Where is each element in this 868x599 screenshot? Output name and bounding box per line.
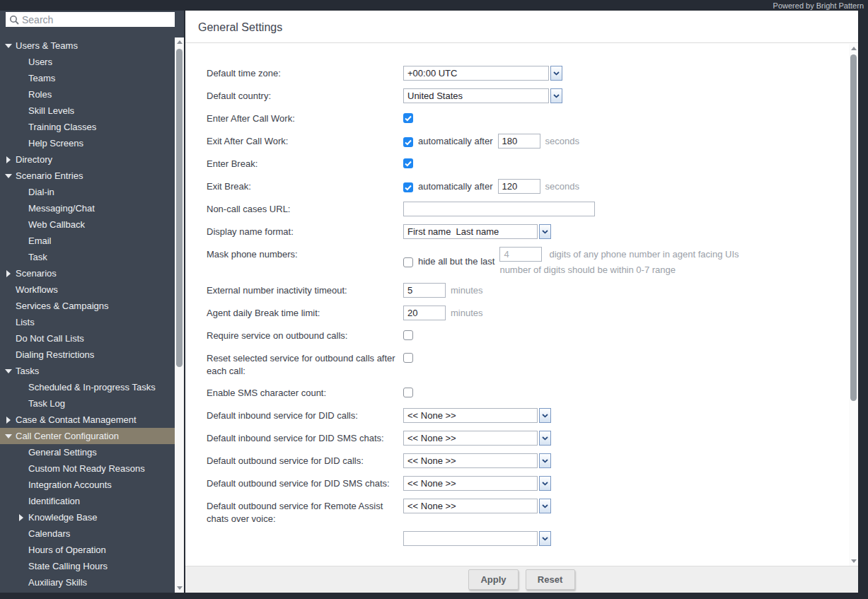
chevron-down-icon[interactable]	[539, 531, 551, 546]
scroll-up-icon[interactable]	[175, 37, 184, 47]
check-icon	[405, 139, 412, 146]
sidebar-item-web-callback[interactable]: Web Callback	[0, 216, 175, 233]
sidebar-item-dialing-restrictions[interactable]: Dialing Restrictions	[0, 347, 175, 363]
sidebar-item-general-settings[interactable]: General Settings	[0, 444, 175, 460]
tree-collapsed-icon[interactable]	[5, 151, 12, 168]
chevron-down-icon[interactable]	[539, 453, 551, 468]
non-call-cases-url-input[interactable]	[403, 202, 595, 216]
default-country-select[interactable]: United States	[403, 88, 562, 103]
reset-selected-service-checkbox[interactable]	[403, 353, 413, 363]
chevron-down-icon[interactable]	[539, 476, 551, 491]
select-value[interactable]: << None >>	[403, 499, 538, 513]
exit-break-checkbox[interactable]	[403, 182, 413, 192]
chevron-down-icon[interactable]	[550, 88, 562, 103]
enter-after-call-work-checkbox[interactable]	[403, 113, 413, 123]
scroll-down-icon[interactable]	[175, 583, 184, 593]
sidebar-item-services-campaigns[interactable]: Services & Campaigns	[0, 298, 175, 314]
scroll-up-icon[interactable]	[849, 44, 858, 53]
require-service-checkbox[interactable]	[403, 330, 413, 340]
select-value[interactable]	[403, 531, 538, 546]
chevron-down-icon[interactable]	[539, 408, 551, 423]
sidebar-item-roles[interactable]: Roles	[0, 86, 175, 103]
external-inactivity-timeout-input[interactable]: 5	[403, 283, 446, 298]
exit-after-call-work-checkbox[interactable]	[403, 137, 413, 147]
sidebar-item-case-contact-management[interactable]: Case & Contact Management	[0, 412, 175, 428]
sidebar-item-state-calling-hours[interactable]: State Calling Hours	[0, 558, 175, 574]
remote-assist-select[interactable]: << None >>	[403, 499, 551, 513]
select-value[interactable]: United States	[403, 88, 549, 103]
chevron-down-icon[interactable]	[539, 499, 551, 513]
sidebar-item-integration-accounts[interactable]: Integration Accounts	[0, 477, 175, 493]
sidebar-item-scheduled-in-progress-tasks[interactable]: Scheduled & In-progress Tasks	[0, 379, 175, 395]
scroll-down-icon[interactable]	[849, 557, 858, 566]
tree-collapsed-icon[interactable]	[5, 265, 12, 281]
search-box[interactable]	[6, 12, 175, 27]
mask-digits-input[interactable]: 4	[499, 247, 542, 262]
apply-button[interactable]: Apply	[468, 569, 518, 590]
agent-break-limit-input[interactable]: 20	[403, 306, 446, 320]
content-scrollbar[interactable]	[849, 44, 858, 566]
sidebar-item-teams[interactable]: Teams	[0, 70, 175, 86]
tree-expanded-icon[interactable]	[5, 428, 12, 444]
sidebar-item-label: Call Center Configuration	[16, 431, 119, 441]
sidebar-item-task[interactable]: Task	[0, 249, 175, 265]
unit-label: minutes	[451, 308, 483, 318]
chevron-down-icon[interactable]	[550, 66, 562, 81]
sidebar-item-tasks[interactable]: Tasks	[0, 363, 175, 379]
sidebar-item-lists[interactable]: Lists	[0, 314, 175, 330]
inbound-did-sms-select[interactable]: << None >>	[403, 431, 551, 446]
enter-break-checkbox[interactable]	[403, 158, 413, 168]
sidebar-item-scenario-entries[interactable]: Scenario Entries	[0, 168, 175, 184]
sidebar-item-help-screens[interactable]: Help Screens	[0, 135, 175, 151]
sidebar-item-language-skills[interactable]: Language Skills	[0, 591, 175, 593]
partially-visible-select[interactable]	[403, 531, 551, 546]
chevron-down-icon[interactable]	[539, 431, 551, 446]
sidebar-item-dial-in[interactable]: Dial-in	[0, 184, 175, 200]
sidebar-item-training-classes[interactable]: Training Classes	[0, 119, 175, 135]
sidebar-item-users[interactable]: Users	[0, 54, 175, 70]
sidebar-item-email[interactable]: Email	[0, 233, 175, 249]
scrollbar-thumb[interactable]	[176, 49, 183, 367]
display-name-format-select[interactable]: First name Last name	[403, 224, 551, 239]
exit-acw-seconds-input[interactable]: 180	[498, 134, 540, 149]
scrollbar-thumb[interactable]	[850, 54, 857, 401]
sidebar-item-do-not-call-lists[interactable]: Do Not Call Lists	[0, 330, 175, 347]
tree-expanded-icon[interactable]	[5, 37, 12, 54]
sidebar-item-knowledge-base[interactable]: Knowledge Base	[0, 509, 175, 525]
select-value[interactable]: +00:00 UTC	[403, 66, 549, 81]
tree-expanded-icon[interactable]	[5, 363, 12, 379]
enable-sms-count-checkbox[interactable]	[403, 388, 413, 397]
sidebar-item-identification[interactable]: Identification	[0, 493, 175, 509]
sidebar-item-hours-of-operation[interactable]: Hours of Operation	[0, 542, 175, 558]
search-input[interactable]	[22, 14, 175, 25]
sidebar-item-messaging-chat[interactable]: Messaging/Chat	[0, 200, 175, 216]
select-value[interactable]: << None >>	[403, 476, 538, 491]
outbound-did-calls-select[interactable]: << None >>	[403, 453, 551, 468]
sidebar-item-custom-not-ready-reasons[interactable]: Custom Not Ready Reasons	[0, 460, 175, 477]
sidebar-item-workflows[interactable]: Workflows	[0, 281, 175, 298]
select-value[interactable]: << None >>	[403, 431, 538, 446]
reset-button[interactable]: Reset	[526, 569, 575, 590]
exit-break-seconds-input[interactable]: 120	[498, 179, 540, 194]
chevron-down-icon[interactable]	[539, 224, 551, 239]
sidebar-item-directory[interactable]: Directory	[0, 151, 175, 168]
sidebar-item-task-log[interactable]: Task Log	[0, 395, 175, 412]
select-value[interactable]: << None >>	[403, 408, 538, 423]
select-value[interactable]: << None >>	[403, 453, 538, 468]
default-time-zone-select[interactable]: +00:00 UTC	[403, 66, 562, 81]
sidebar-item-scenarios[interactable]: Scenarios	[0, 265, 175, 281]
mask-phone-numbers-checkbox[interactable]	[403, 257, 413, 267]
check-icon	[405, 115, 412, 122]
inbound-did-calls-select[interactable]: << None >>	[403, 408, 551, 423]
sidebar-item-call-center-configuration[interactable]: Call Center Configuration	[0, 428, 175, 444]
select-value[interactable]: First name Last name	[403, 224, 538, 239]
sidebar-item-skill-levels[interactable]: Skill Levels	[0, 103, 175, 119]
sidebar-item-auxiliary-skills[interactable]: Auxiliary Skills	[0, 574, 175, 591]
tree-expanded-icon[interactable]	[5, 168, 12, 184]
tree-collapsed-icon[interactable]	[18, 509, 25, 525]
tree-collapsed-icon[interactable]	[5, 412, 12, 428]
sidebar-item-calendars[interactable]: Calendars	[0, 525, 175, 542]
outbound-did-sms-select[interactable]: << None >>	[403, 476, 551, 491]
sidebar-item-users-teams[interactable]: Users & Teams	[0, 37, 175, 54]
sidebar-scrollbar[interactable]	[175, 37, 184, 593]
